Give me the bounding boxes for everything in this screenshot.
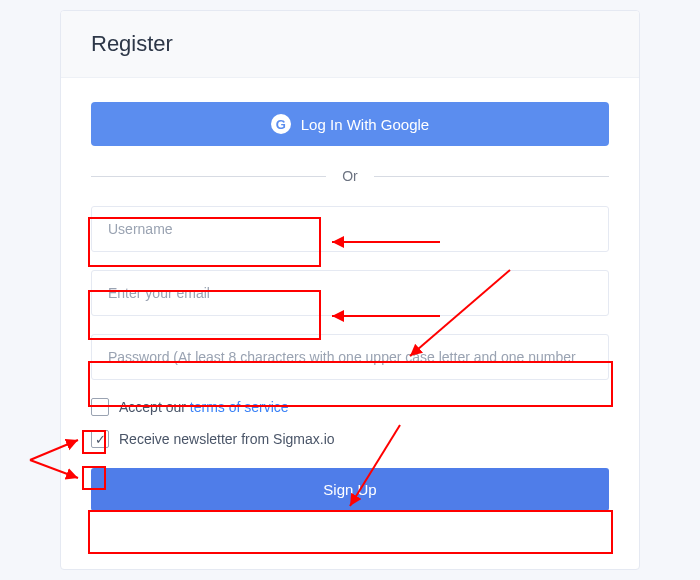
newsletter-row: Receive newsletter from Sigmax.io xyxy=(91,430,609,448)
newsletter-checkbox[interactable] xyxy=(91,430,109,448)
newsletter-label: Receive newsletter from Sigmax.io xyxy=(119,431,335,447)
google-button-label: Log In With Google xyxy=(301,116,429,133)
terms-label: Accept our terms of service xyxy=(119,399,289,415)
divider-line-right xyxy=(374,176,609,177)
divider-line-left xyxy=(91,176,326,177)
card-body: G Log In With Google Or Accept our terms… xyxy=(61,78,639,531)
google-icon: G xyxy=(271,114,291,134)
divider-label: Or xyxy=(326,168,374,184)
login-google-button[interactable]: G Log In With Google xyxy=(91,102,609,146)
register-card: Register G Log In With Google Or Accept … xyxy=(60,10,640,570)
signup-button[interactable]: Sign Up xyxy=(91,468,609,511)
terms-prefix: Accept our xyxy=(119,399,190,415)
password-input[interactable] xyxy=(91,334,609,380)
terms-link[interactable]: terms of service xyxy=(190,399,289,415)
email-input[interactable] xyxy=(91,270,609,316)
card-header: Register xyxy=(61,11,639,78)
username-input[interactable] xyxy=(91,206,609,252)
signup-button-label: Sign Up xyxy=(323,481,376,498)
page-title: Register xyxy=(91,31,609,57)
terms-row: Accept our terms of service xyxy=(91,398,609,416)
divider-or: Or xyxy=(91,168,609,184)
terms-checkbox[interactable] xyxy=(91,398,109,416)
